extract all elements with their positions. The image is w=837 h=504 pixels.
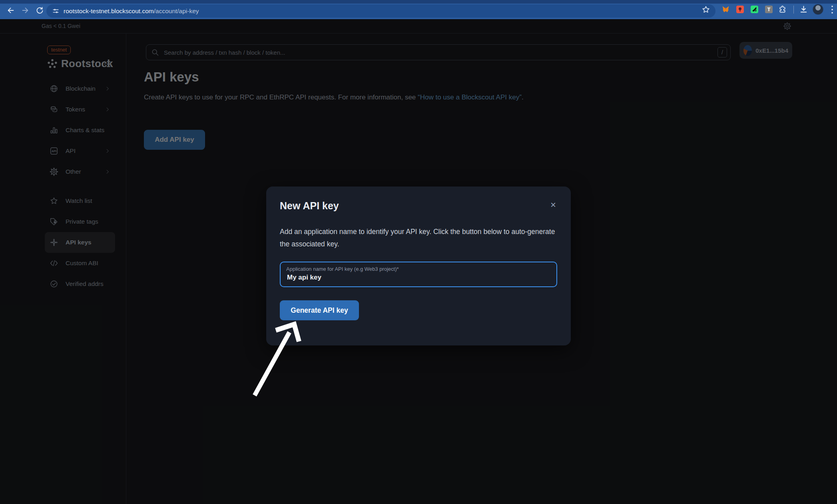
browser-reload-button[interactable] [34,5,45,16]
t-extension-icon[interactable]: T [765,6,773,13]
back-arrow-icon [6,6,15,15]
browser-menu-button[interactable] [828,4,836,15]
application-name-label: Application name for API key (e.g Web3 p… [286,266,551,272]
browser-forward-button[interactable] [20,5,30,16]
bookmark-star-button[interactable] [701,5,710,14]
modal-description: Add an application name to identify your… [280,226,560,250]
browser-back-button[interactable] [6,5,16,16]
keyhole-icon [736,6,744,13]
application-name-input[interactable] [286,273,551,282]
address-bar[interactable]: rootstock-testnet.blockscout.com/account… [46,4,715,18]
new-api-key-modal: New API key × Add an application name to… [266,187,571,345]
browser-chrome: rootstock-testnet.blockscout.com/account… [0,0,837,19]
application-name-field[interactable]: Application name for API key (e.g Web3 p… [280,262,557,287]
metamask-extension-icon[interactable] [722,6,729,13]
window-top-strip [0,0,837,4]
download-icon [799,5,808,14]
generate-api-key-button[interactable]: Generate API key [280,300,359,320]
browser-profile-avatar[interactable] [813,4,823,15]
kebab-menu-icon [828,4,836,15]
red-extension-icon[interactable] [736,6,744,13]
green-extension-icon[interactable] [751,6,758,13]
url-path: /account/api-key [154,8,199,14]
toolbar-separator [793,6,794,14]
extensions-button[interactable] [778,5,787,14]
puzzle-icon [778,5,787,14]
close-icon: × [550,199,556,210]
forward-arrow-icon [21,6,30,15]
angular-glyph-icon [751,6,758,13]
downloads-button[interactable] [799,5,808,14]
modal-title: New API key [280,200,557,212]
site-settings-icon [52,7,60,15]
page-body: Gas < 0.1 Gwei testnet Rootstock Blockch… [0,19,837,504]
reload-icon [36,6,44,15]
star-icon [701,5,710,14]
modal-close-button[interactable]: × [547,198,560,211]
url-text: rootstock-testnet.blockscout.com/account… [64,8,199,15]
url-domain: rootstock-testnet.blockscout.com [64,8,154,14]
t-extension-label: T [767,6,771,12]
fox-icon [722,6,729,13]
